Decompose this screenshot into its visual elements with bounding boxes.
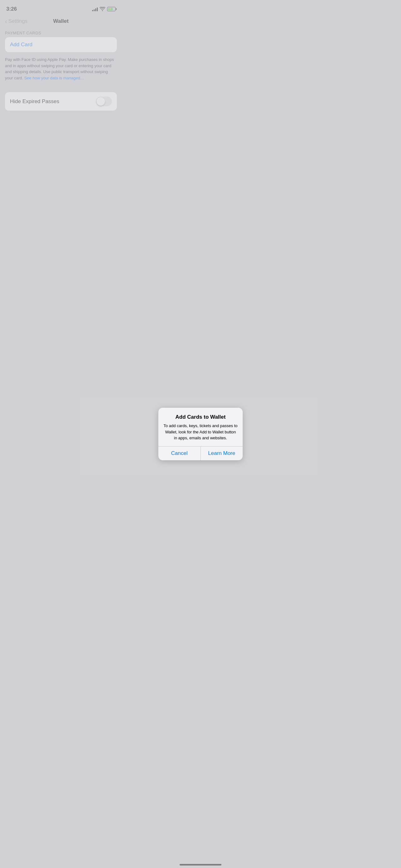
modal-overlay: Add Cards to Wallet To add cards, keys, … <box>0 0 122 264</box>
